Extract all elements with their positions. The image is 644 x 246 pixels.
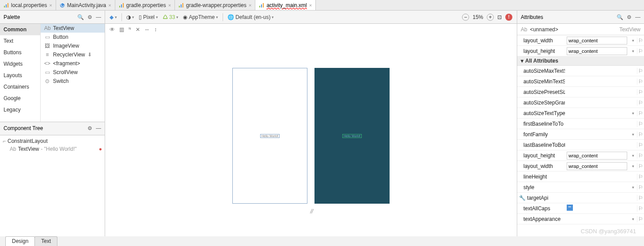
theme-dropdown[interactable]: ◉ AppTheme <box>183 14 218 20</box>
cat-common[interactable]: Common <box>0 24 40 35</box>
flag-icon[interactable]: ⚐ <box>637 78 644 85</box>
dropdown-icon[interactable]: ▾ <box>629 49 637 53</box>
pal-imageview[interactable]: 🖼ImageView <box>41 41 105 50</box>
cat-layouts[interactable]: Layouts <box>0 70 40 81</box>
close-icon[interactable]: × <box>168 3 171 8</box>
design-canvas[interactable]: Hello World! Hello World! ⫽ <box>105 35 517 236</box>
download-icon[interactable]: ⬇ <box>87 52 92 58</box>
pal-scrollview[interactable]: ▭ScrollView <box>41 68 105 77</box>
tab-gradle-properties[interactable]: gradle.properties × <box>115 0 175 10</box>
svg-rect-7 <box>123 3 124 7</box>
gear-icon[interactable]: ⚙ <box>627 14 632 20</box>
minimize-icon[interactable]: — <box>96 14 101 20</box>
dropdown-icon[interactable]: ▾ <box>629 185 637 190</box>
svg-text:C: C <box>60 3 64 8</box>
flag-icon[interactable]: ⚐ <box>637 142 644 148</box>
magnet-off-icon[interactable]: ᴺ <box>129 26 131 33</box>
dropdown-icon[interactable]: ▾ <box>629 164 637 168</box>
zoom-out-icon[interactable]: − <box>462 14 469 21</box>
svg-rect-10 <box>182 3 183 7</box>
search-icon[interactable]: 🔍 <box>617 14 623 20</box>
flag-icon[interactable]: ⚐ <box>637 48 644 54</box>
flag-icon[interactable]: ⚐ <box>637 163 644 169</box>
warning-icon[interactable]: ! <box>505 14 512 21</box>
cat-containers[interactable]: Containers <box>0 81 40 93</box>
gear-icon[interactable]: ⚙ <box>87 125 92 131</box>
palette-categories: Common Text Buttons Widgets Layouts Cont… <box>0 24 41 122</box>
cat-buttons[interactable]: Buttons <box>0 47 40 58</box>
pal-switch[interactable]: ⊙Switch <box>41 77 105 86</box>
flag-icon[interactable]: ⚐ <box>637 37 644 44</box>
tree-child[interactable]: Ab TextView - "Hello World!" ● <box>10 145 102 153</box>
checkbox[interactable] <box>567 205 573 211</box>
close-icon[interactable]: × <box>249 3 251 8</box>
pal-fragment[interactable]: <><fragment> <box>41 59 105 68</box>
api-dropdown[interactable]: 🛆 33 <box>163 14 178 20</box>
eye-icon[interactable]: 👁 <box>110 26 115 33</box>
pal-button[interactable]: ▭Button <box>41 33 105 41</box>
hello-text[interactable]: Hello World! <box>260 134 280 138</box>
device-dropdown[interactable]: ▯ Pixel <box>139 14 158 20</box>
flag-icon[interactable]: ⚐ <box>637 100 644 106</box>
device-preview-light[interactable]: Hello World! <box>232 68 307 204</box>
zoom-fit-icon[interactable]: ⊡ <box>497 14 502 20</box>
hello-text-blueprint[interactable]: Hello World! <box>342 134 362 138</box>
collapse-icon[interactable]: ▾ <box>521 58 523 64</box>
infer-constraints-icon[interactable]: ↔ <box>144 26 150 33</box>
flag-icon[interactable]: ⚐ <box>637 205 644 212</box>
flag-icon[interactable]: ⚐ <box>637 184 644 190</box>
design-tab[interactable]: Design <box>5 236 35 246</box>
locale-dropdown[interactable]: 🌐 Default (en-us) <box>227 14 274 20</box>
flag-icon[interactable]: ⚐ <box>637 89 644 95</box>
gear-icon[interactable]: ⚙ <box>87 14 92 20</box>
clear-constraints-icon[interactable]: ✕ <box>136 26 140 33</box>
tab-gradle-wrapper[interactable]: gradle-wrapper.properties × <box>175 0 255 10</box>
close-icon[interactable]: × <box>49 3 52 8</box>
blueprint-icon[interactable]: ▥ <box>119 26 124 33</box>
attr-input[interactable] <box>567 47 627 55</box>
flag-icon[interactable]: ⚐ <box>637 121 644 127</box>
dropdown-icon[interactable]: ▾ <box>629 111 637 116</box>
close-icon[interactable]: × <box>309 3 312 8</box>
search-icon[interactable]: 🔍 <box>77 14 84 20</box>
error-icon[interactable]: ● <box>99 146 102 152</box>
tab-local-properties[interactable]: local.properties × <box>0 0 56 10</box>
tree-root[interactable]: ⌐ ConstraintLayout <box>3 137 102 145</box>
cat-widgets[interactable]: Widgets <box>0 58 40 70</box>
cat-legacy[interactable]: Legacy <box>0 104 40 116</box>
tab-main-activity[interactable]: C MainActivity.java × <box>56 0 115 10</box>
pal-recyclerview[interactable]: ≡RecyclerView⬇ <box>41 50 105 59</box>
attr-value <box>565 205 629 212</box>
dropdown-icon[interactable]: ▾ <box>629 132 637 137</box>
zoom-in-icon[interactable]: + <box>487 14 494 21</box>
design-surface-dropdown[interactable]: ◆ <box>110 14 117 20</box>
device-preview-blueprint[interactable]: Hello World! <box>314 68 390 204</box>
flag-icon[interactable]: ⚐ <box>637 131 644 138</box>
pal-textview[interactable]: AbTextView <box>41 24 105 33</box>
text-tab[interactable]: Text <box>34 236 57 246</box>
minimize-icon[interactable]: — <box>635 14 640 20</box>
attr-input[interactable] <box>567 152 627 160</box>
attr-input[interactable] <box>567 37 627 45</box>
flag-icon[interactable]: ⚐ <box>637 68 644 74</box>
gradle-icon <box>4 3 9 8</box>
attr-section-all[interactable]: ▾ All Attributes <box>517 56 644 66</box>
cat-google[interactable]: Google <box>0 93 40 104</box>
flag-icon[interactable]: ⚐ <box>637 174 644 180</box>
attr-input[interactable] <box>567 162 627 170</box>
flag-icon[interactable]: ⚐ <box>637 110 644 116</box>
dropdown-icon[interactable]: ▾ <box>629 38 637 43</box>
expand-icon[interactable]: ↕ <box>154 26 157 33</box>
orientation-dropdown[interactable]: ◑ <box>126 14 134 20</box>
cat-text[interactable]: Text <box>0 35 40 47</box>
svg-rect-11 <box>259 6 260 7</box>
close-icon[interactable]: × <box>108 3 111 8</box>
tab-activity-main[interactable]: activity_main.xml × <box>255 0 316 10</box>
flag-icon[interactable]: ⚐ <box>637 216 644 222</box>
flag-icon[interactable]: ⚐ <box>637 195 644 201</box>
dropdown-icon[interactable]: ▾ <box>629 153 637 158</box>
resize-handle[interactable]: ⫽ <box>308 207 315 215</box>
flag-icon[interactable]: ⚐ <box>637 153 644 159</box>
minimize-icon[interactable]: — <box>96 125 101 131</box>
dropdown-icon[interactable]: ▾ <box>629 217 637 221</box>
